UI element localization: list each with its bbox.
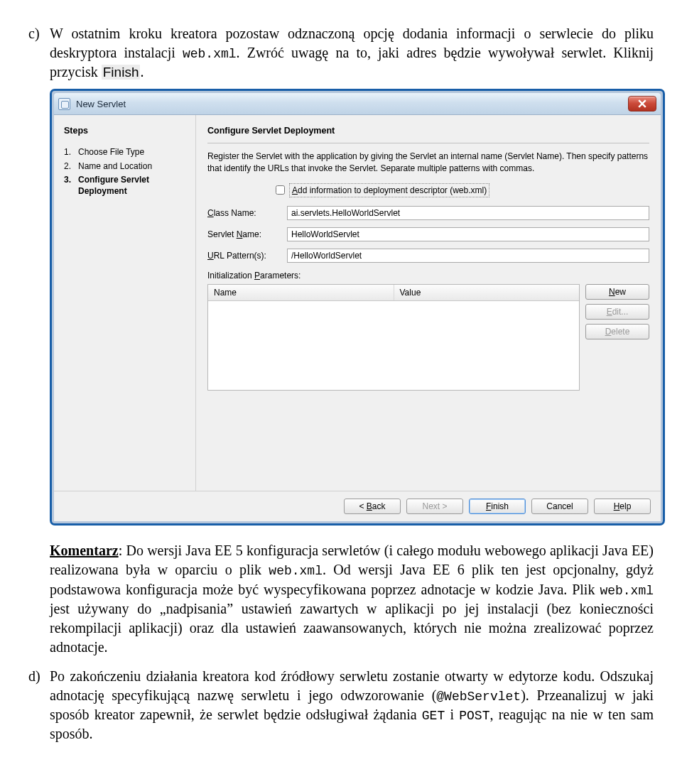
- class-name-input[interactable]: [287, 206, 649, 220]
- servlet-name-input[interactable]: [287, 227, 649, 241]
- step-3: 3.Configure Servlet Deployment: [64, 173, 188, 198]
- step-2: 2.Name and Location: [64, 160, 188, 174]
- list-marker-d: d): [28, 667, 50, 744]
- code-web-xml: web.xml: [600, 584, 654, 598]
- servlet-name-row: Servlet Name:: [207, 227, 649, 241]
- delete-button: Delete: [585, 324, 649, 339]
- wizard-content: Configure Servlet Deployment Register th…: [196, 115, 661, 491]
- steps-header: Steps: [64, 125, 188, 137]
- table-header: Name Value: [208, 285, 579, 301]
- text: .: [140, 64, 144, 80]
- steps-panel: Steps 1.Choose File Type 2.Name and Loca…: [54, 115, 196, 491]
- code-webservlet: @WebServlet: [436, 690, 521, 704]
- close-button[interactable]: [628, 96, 656, 111]
- code-post: POST: [459, 709, 489, 723]
- wizard-footer: < Back Next > Finish Cancel Help: [54, 491, 661, 521]
- init-params-label: Initialization Parameters:: [207, 270, 649, 281]
- class-name-label: Class Name:: [207, 207, 287, 219]
- url-pattern-label: URL Pattern(s):: [207, 250, 287, 261]
- list-content-d: Po zakończeniu działania kreatora kod źr…: [50, 667, 654, 744]
- deployment-descriptor-checkbox[interactable]: [276, 185, 285, 195]
- button-label-finish: Finish: [102, 65, 141, 80]
- text: jest używany do „nadpisania” ustawień za…: [50, 601, 654, 655]
- text: i: [445, 707, 459, 722]
- finish-button[interactable]: Finish: [469, 499, 526, 514]
- new-button[interactable]: New: [585, 284, 649, 300]
- back-button[interactable]: < Back: [344, 499, 401, 514]
- code-get: GET: [422, 709, 445, 723]
- cancel-button[interactable]: Cancel: [531, 499, 588, 514]
- close-icon: [638, 99, 646, 108]
- url-pattern-input[interactable]: [287, 249, 649, 263]
- deployment-descriptor-checkbox-row: Add information to deployment descriptor…: [276, 183, 649, 197]
- divider: [207, 143, 649, 143]
- window-title: New Servlet: [76, 98, 628, 111]
- list-item-c: c) W ostatnim kroku kreatora pozostaw od…: [28, 24, 654, 82]
- comment-label: Komentarz: [50, 543, 119, 558]
- url-pattern-row: URL Pattern(s):: [207, 249, 649, 263]
- code-web-xml: web.xml: [183, 47, 237, 61]
- list-content-c: W ostatnim kroku kreatora pozostaw odzna…: [50, 24, 654, 82]
- window-titlebar: New Servlet: [54, 93, 661, 114]
- code-web-xml: web.xml: [269, 564, 323, 578]
- init-params-table[interactable]: Name Value: [207, 284, 580, 391]
- checkbox-label: Add information to deployment descriptor…: [289, 183, 489, 197]
- panel-heading: Configure Servlet Deployment: [207, 125, 649, 137]
- list-marker-c: c): [28, 24, 50, 82]
- list-item-d: d) Po zakończeniu działania kreatora kod…: [28, 667, 654, 744]
- class-name-row: Class Name:: [207, 206, 649, 220]
- step-1: 1.Choose File Type: [64, 146, 188, 160]
- comment-paragraph: Komentarz: Do wersji Java EE 5 konfigura…: [50, 541, 654, 657]
- wizard-dialog: New Servlet Steps 1.Choose File Type 2.N…: [50, 89, 665, 526]
- edit-button: Edit...: [585, 304, 649, 320]
- panel-description: Register the Servlet with the applicatio…: [207, 151, 649, 175]
- app-icon: [58, 98, 70, 110]
- col-value: Value: [394, 285, 580, 300]
- servlet-name-label: Servlet Name:: [207, 229, 287, 240]
- col-name: Name: [208, 285, 394, 300]
- help-button[interactable]: Help: [594, 499, 651, 514]
- next-button: Next >: [406, 499, 463, 514]
